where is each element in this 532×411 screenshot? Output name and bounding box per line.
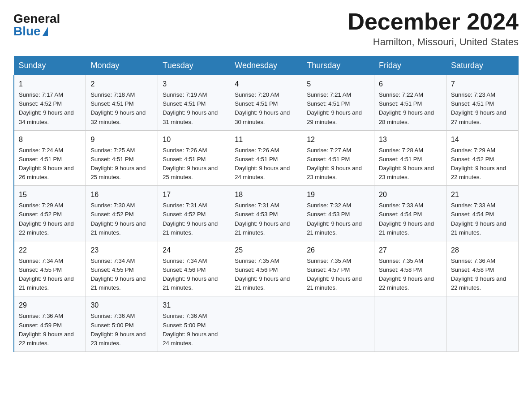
weekday-header-row: SundayMondayTuesdayWednesdayThursdayFrid… — [14, 56, 519, 75]
day-info: Sunrise: 7:28 AMSunset: 4:51 PMDaylight:… — [379, 146, 442, 182]
day-number: 1 — [19, 79, 81, 90]
logo-general-text: General — [13, 13, 60, 25]
day-info: Sunrise: 7:22 AMSunset: 4:51 PMDaylight:… — [379, 90, 442, 127]
calendar-cell: 22Sunrise: 7:34 AMSunset: 4:55 PMDayligh… — [14, 241, 86, 296]
calendar-week-row: 1Sunrise: 7:17 AMSunset: 4:52 PMDaylight… — [14, 75, 519, 131]
day-info: Sunrise: 7:21 AMSunset: 4:51 PMDaylight:… — [307, 90, 369, 127]
weekday-header-monday: Monday — [86, 56, 158, 75]
day-info: Sunrise: 7:29 AMSunset: 4:52 PMDaylight:… — [19, 201, 81, 237]
day-number: 9 — [90, 134, 153, 145]
calendar-week-row: 22Sunrise: 7:34 AMSunset: 4:55 PMDayligh… — [14, 241, 519, 296]
day-info: Sunrise: 7:24 AMSunset: 4:51 PMDaylight:… — [19, 146, 81, 182]
calendar-cell — [374, 296, 446, 352]
calendar-cell: 19Sunrise: 7:32 AMSunset: 4:53 PMDayligh… — [302, 186, 374, 241]
calendar-cell: 15Sunrise: 7:29 AMSunset: 4:52 PMDayligh… — [14, 186, 86, 241]
day-number: 14 — [451, 134, 514, 145]
calendar-cell: 23Sunrise: 7:34 AMSunset: 4:55 PMDayligh… — [86, 241, 158, 296]
day-info: Sunrise: 7:31 AMSunset: 4:53 PMDaylight:… — [235, 201, 297, 237]
day-info: Sunrise: 7:23 AMSunset: 4:51 PMDaylight:… — [451, 90, 514, 127]
header: General Blue December 2024 Hamilton, Mis… — [13, 9, 519, 48]
calendar-cell: 7Sunrise: 7:23 AMSunset: 4:51 PMDaylight… — [446, 75, 519, 131]
day-number: 15 — [19, 189, 81, 200]
day-number: 4 — [235, 79, 297, 90]
day-info: Sunrise: 7:35 AMSunset: 4:56 PMDaylight:… — [235, 257, 297, 293]
day-number: 20 — [379, 189, 442, 200]
calendar-cell: 9Sunrise: 7:25 AMSunset: 4:51 PMDaylight… — [86, 130, 158, 186]
calendar-cell: 25Sunrise: 7:35 AMSunset: 4:56 PMDayligh… — [230, 241, 302, 296]
day-number: 28 — [451, 245, 514, 256]
calendar-cell: 3Sunrise: 7:19 AMSunset: 4:51 PMDaylight… — [158, 75, 230, 131]
calendar-cell: 24Sunrise: 7:34 AMSunset: 4:56 PMDayligh… — [158, 241, 230, 296]
day-number: 22 — [19, 245, 81, 256]
calendar-cell: 27Sunrise: 7:35 AMSunset: 4:58 PMDayligh… — [374, 241, 446, 296]
day-info: Sunrise: 7:35 AMSunset: 4:57 PMDaylight:… — [307, 257, 369, 293]
day-info: Sunrise: 7:18 AMSunset: 4:51 PMDaylight:… — [90, 90, 153, 127]
day-info: Sunrise: 7:30 AMSunset: 4:52 PMDaylight:… — [90, 201, 153, 237]
day-number: 25 — [235, 245, 297, 256]
day-info: Sunrise: 7:33 AMSunset: 4:54 PMDaylight:… — [379, 201, 442, 237]
day-info: Sunrise: 7:29 AMSunset: 4:52 PMDaylight:… — [451, 146, 514, 182]
day-number: 27 — [379, 245, 442, 256]
day-number: 6 — [379, 79, 442, 90]
logo-triangle-icon — [43, 27, 48, 36]
day-info: Sunrise: 7:19 AMSunset: 4:51 PMDaylight:… — [163, 90, 225, 127]
day-info: Sunrise: 7:26 AMSunset: 4:51 PMDaylight:… — [235, 146, 297, 182]
calendar-table: SundayMondayTuesdayWednesdayThursdayFrid… — [13, 56, 519, 352]
day-number: 2 — [90, 79, 153, 90]
day-number: 26 — [307, 245, 369, 256]
day-info: Sunrise: 7:34 AMSunset: 4:55 PMDaylight:… — [19, 257, 81, 293]
day-info: Sunrise: 7:34 AMSunset: 4:55 PMDaylight:… — [90, 257, 153, 293]
day-number: 18 — [235, 189, 297, 200]
calendar-cell: 10Sunrise: 7:26 AMSunset: 4:51 PMDayligh… — [158, 130, 230, 186]
title-area: December 2024 Hamilton, Missouri, United… — [348, 9, 519, 48]
day-number: 30 — [90, 300, 153, 311]
month-title: December 2024 — [348, 9, 519, 34]
calendar-cell: 5Sunrise: 7:21 AMSunset: 4:51 PMDaylight… — [302, 75, 374, 131]
day-number: 29 — [19, 300, 81, 311]
calendar-cell: 16Sunrise: 7:30 AMSunset: 4:52 PMDayligh… — [86, 186, 158, 241]
day-number: 8 — [19, 134, 81, 145]
logo: General Blue — [13, 13, 60, 38]
weekday-header-sunday: Sunday — [14, 56, 86, 75]
day-info: Sunrise: 7:20 AMSunset: 4:51 PMDaylight:… — [235, 90, 297, 127]
calendar-cell: 1Sunrise: 7:17 AMSunset: 4:52 PMDaylight… — [14, 75, 86, 131]
calendar-cell: 4Sunrise: 7:20 AMSunset: 4:51 PMDaylight… — [230, 75, 302, 131]
day-info: Sunrise: 7:31 AMSunset: 4:52 PMDaylight:… — [163, 201, 225, 237]
weekday-header-wednesday: Wednesday — [230, 56, 302, 75]
calendar-cell: 20Sunrise: 7:33 AMSunset: 4:54 PMDayligh… — [374, 186, 446, 241]
calendar-cell: 11Sunrise: 7:26 AMSunset: 4:51 PMDayligh… — [230, 130, 302, 186]
calendar-cell: 14Sunrise: 7:29 AMSunset: 4:52 PMDayligh… — [446, 130, 519, 186]
calendar-cell — [302, 296, 374, 352]
day-info: Sunrise: 7:27 AMSunset: 4:51 PMDaylight:… — [307, 146, 369, 182]
calendar-cell: 29Sunrise: 7:36 AMSunset: 4:59 PMDayligh… — [14, 296, 86, 352]
calendar-cell: 8Sunrise: 7:24 AMSunset: 4:51 PMDaylight… — [14, 130, 86, 186]
calendar-cell — [446, 296, 519, 352]
calendar-cell: 30Sunrise: 7:36 AMSunset: 5:00 PMDayligh… — [86, 296, 158, 352]
calendar-cell: 2Sunrise: 7:18 AMSunset: 4:51 PMDaylight… — [86, 75, 158, 131]
calendar-cell: 31Sunrise: 7:36 AMSunset: 5:00 PMDayligh… — [158, 296, 230, 352]
day-number: 19 — [307, 189, 369, 200]
calendar-cell — [230, 296, 302, 352]
day-info: Sunrise: 7:26 AMSunset: 4:51 PMDaylight:… — [163, 146, 225, 182]
day-info: Sunrise: 7:32 AMSunset: 4:53 PMDaylight:… — [307, 201, 369, 237]
day-number: 13 — [379, 134, 442, 145]
day-info: Sunrise: 7:36 AMSunset: 4:58 PMDaylight:… — [451, 257, 514, 293]
day-info: Sunrise: 7:36 AMSunset: 5:00 PMDaylight:… — [163, 312, 225, 348]
day-number: 23 — [90, 245, 153, 256]
calendar-week-row: 15Sunrise: 7:29 AMSunset: 4:52 PMDayligh… — [14, 186, 519, 241]
location-title: Hamilton, Missouri, United States — [348, 36, 519, 48]
day-number: 31 — [163, 300, 225, 311]
day-number: 16 — [90, 189, 153, 200]
weekday-header-thursday: Thursday — [302, 56, 374, 75]
day-number: 24 — [163, 245, 225, 256]
day-info: Sunrise: 7:33 AMSunset: 4:54 PMDaylight:… — [451, 201, 514, 237]
calendar-cell: 18Sunrise: 7:31 AMSunset: 4:53 PMDayligh… — [230, 186, 302, 241]
day-number: 3 — [163, 79, 225, 90]
day-info: Sunrise: 7:34 AMSunset: 4:56 PMDaylight:… — [163, 257, 225, 293]
calendar-cell: 28Sunrise: 7:36 AMSunset: 4:58 PMDayligh… — [446, 241, 519, 296]
logo-blue-text: Blue — [13, 25, 48, 38]
calendar-week-row: 29Sunrise: 7:36 AMSunset: 4:59 PMDayligh… — [14, 296, 519, 352]
calendar-cell: 13Sunrise: 7:28 AMSunset: 4:51 PMDayligh… — [374, 130, 446, 186]
weekday-header-friday: Friday — [374, 56, 446, 75]
calendar-cell: 17Sunrise: 7:31 AMSunset: 4:52 PMDayligh… — [158, 186, 230, 241]
